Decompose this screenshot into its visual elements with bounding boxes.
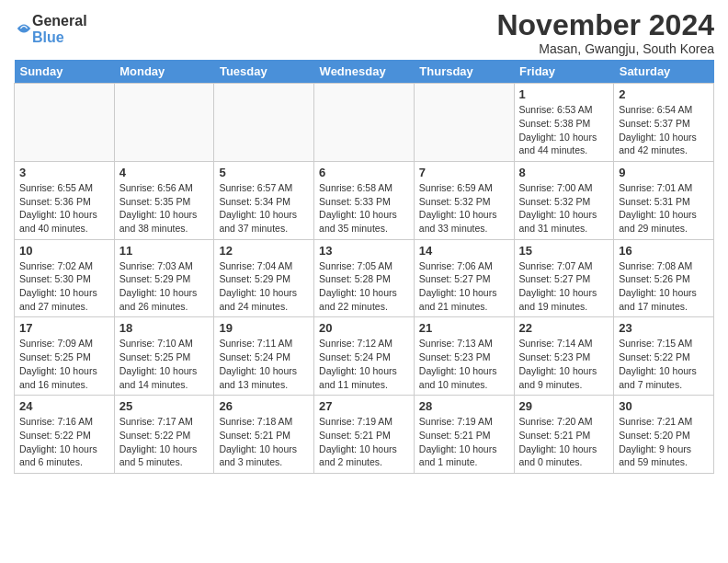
day-info: Sunrise: 7:06 AM Sunset: 5:27 PM Dayligh… [419, 259, 509, 314]
calendar-cell: 15Sunrise: 7:07 AM Sunset: 5:27 PM Dayli… [514, 239, 614, 317]
calendar-cell: 2Sunrise: 6:54 AM Sunset: 5:37 PM Daylig… [614, 84, 714, 162]
day-number: 25 [119, 399, 210, 413]
calendar-cell: 6Sunrise: 6:58 AM Sunset: 5:33 PM Daylig… [314, 161, 415, 239]
day-info: Sunrise: 7:10 AM Sunset: 5:25 PM Dayligh… [119, 337, 210, 391]
calendar-cell: 13Sunrise: 7:05 AM Sunset: 5:28 PM Dayli… [314, 239, 415, 317]
col-thursday: Thursday [414, 60, 514, 84]
day-number: 20 [319, 321, 409, 335]
day-info: Sunrise: 7:20 AM Sunset: 5:21 PM Dayligh… [519, 415, 609, 469]
calendar-cell: 19Sunrise: 7:11 AM Sunset: 5:24 PM Dayli… [214, 317, 314, 396]
calendar-cell [414, 84, 514, 162]
col-saturday: Saturday [614, 60, 714, 84]
day-info: Sunrise: 7:11 AM Sunset: 5:24 PM Dayligh… [219, 337, 309, 391]
col-tuesday: Tuesday [214, 60, 314, 84]
calendar-week-4: 24Sunrise: 7:16 AM Sunset: 5:22 PM Dayli… [15, 396, 714, 474]
calendar-cell: 22Sunrise: 7:14 AM Sunset: 5:23 PM Dayli… [514, 317, 614, 396]
calendar-cell: 30Sunrise: 7:21 AM Sunset: 5:20 PM Dayli… [614, 396, 714, 474]
day-number: 9 [619, 166, 709, 179]
col-friday: Friday [514, 60, 614, 84]
day-number: 21 [419, 321, 509, 335]
col-wednesday: Wednesday [314, 60, 415, 84]
day-number: 28 [419, 399, 509, 413]
calendar-cell [314, 84, 415, 162]
day-number: 26 [219, 399, 309, 413]
calendar-cell: 1Sunrise: 6:53 AM Sunset: 5:38 PM Daylig… [514, 84, 614, 162]
day-number: 13 [319, 244, 409, 258]
day-info: Sunrise: 7:00 AM Sunset: 5:32 PM Dayligh… [519, 181, 609, 236]
day-number: 22 [519, 321, 609, 335]
day-info: Sunrise: 6:54 AM Sunset: 5:37 PM Dayligh… [619, 103, 709, 157]
day-info: Sunrise: 6:56 AM Sunset: 5:35 PM Dayligh… [119, 181, 210, 236]
day-info: Sunrise: 7:01 AM Sunset: 5:31 PM Dayligh… [619, 181, 709, 236]
calendar-cell: 18Sunrise: 7:10 AM Sunset: 5:25 PM Dayli… [114, 317, 214, 396]
day-number: 5 [219, 166, 309, 179]
day-info: Sunrise: 6:58 AM Sunset: 5:33 PM Dayligh… [319, 181, 409, 236]
day-number: 14 [419, 244, 509, 258]
day-number: 3 [19, 166, 109, 179]
day-info: Sunrise: 7:19 AM Sunset: 5:21 PM Dayligh… [419, 415, 509, 469]
day-number: 23 [619, 321, 709, 335]
calendar-table: Sunday Monday Tuesday Wednesday Thursday… [14, 60, 714, 474]
day-info: Sunrise: 7:19 AM Sunset: 5:21 PM Dayligh… [319, 415, 409, 469]
calendar-cell: 8Sunrise: 7:00 AM Sunset: 5:32 PM Daylig… [514, 161, 614, 239]
day-number: 10 [19, 244, 109, 258]
day-number: 18 [119, 321, 210, 335]
day-info: Sunrise: 7:15 AM Sunset: 5:22 PM Dayligh… [619, 337, 709, 391]
col-monday: Monday [114, 60, 214, 84]
calendar-week-0: 1Sunrise: 6:53 AM Sunset: 5:38 PM Daylig… [15, 84, 714, 162]
calendar-cell: 29Sunrise: 7:20 AM Sunset: 5:21 PM Dayli… [514, 396, 614, 474]
day-info: Sunrise: 7:03 AM Sunset: 5:29 PM Dayligh… [119, 259, 210, 314]
day-info: Sunrise: 7:13 AM Sunset: 5:23 PM Dayligh… [419, 337, 509, 391]
calendar-cell: 7Sunrise: 6:59 AM Sunset: 5:32 PM Daylig… [414, 161, 514, 239]
calendar-cell: 10Sunrise: 7:02 AM Sunset: 5:30 PM Dayli… [15, 239, 115, 317]
day-info: Sunrise: 7:17 AM Sunset: 5:22 PM Dayligh… [119, 415, 210, 469]
logo-text: General Blue [32, 13, 87, 45]
calendar-container: General Blue November 2024 Masan, Gwangj… [0, 0, 728, 478]
day-number: 27 [319, 399, 409, 413]
day-number: 6 [319, 166, 409, 179]
calendar-cell [15, 84, 115, 162]
calendar-cell: 3Sunrise: 6:55 AM Sunset: 5:36 PM Daylig… [15, 161, 115, 239]
day-number: 19 [219, 321, 309, 335]
day-info: Sunrise: 7:21 AM Sunset: 5:20 PM Dayligh… [619, 415, 709, 469]
calendar-cell [214, 84, 314, 162]
day-number: 8 [519, 166, 609, 179]
day-info: Sunrise: 7:14 AM Sunset: 5:23 PM Dayligh… [519, 337, 609, 391]
calendar-cell: 24Sunrise: 7:16 AM Sunset: 5:22 PM Dayli… [15, 396, 115, 474]
day-number: 30 [619, 399, 709, 413]
day-number: 17 [19, 321, 109, 335]
location: Masan, Gwangju, South Korea [496, 41, 714, 56]
day-number: 24 [19, 399, 109, 413]
day-info: Sunrise: 7:12 AM Sunset: 5:24 PM Dayligh… [319, 337, 409, 391]
calendar-week-1: 3Sunrise: 6:55 AM Sunset: 5:36 PM Daylig… [15, 161, 714, 239]
calendar-cell: 16Sunrise: 7:08 AM Sunset: 5:26 PM Dayli… [614, 239, 714, 317]
day-info: Sunrise: 6:53 AM Sunset: 5:38 PM Dayligh… [519, 103, 609, 157]
day-number: 7 [419, 166, 509, 179]
day-info: Sunrise: 6:55 AM Sunset: 5:36 PM Dayligh… [19, 181, 109, 236]
day-info: Sunrise: 7:16 AM Sunset: 5:22 PM Dayligh… [19, 415, 109, 469]
calendar-cell: 14Sunrise: 7:06 AM Sunset: 5:27 PM Dayli… [414, 239, 514, 317]
day-info: Sunrise: 7:02 AM Sunset: 5:30 PM Dayligh… [19, 259, 109, 314]
calendar-cell: 5Sunrise: 6:57 AM Sunset: 5:34 PM Daylig… [214, 161, 314, 239]
logo-general: General [32, 13, 87, 29]
calendar-cell: 20Sunrise: 7:12 AM Sunset: 5:24 PM Dayli… [314, 317, 415, 396]
day-number: 11 [119, 244, 210, 258]
day-info: Sunrise: 6:59 AM Sunset: 5:32 PM Dayligh… [419, 181, 509, 236]
day-info: Sunrise: 7:09 AM Sunset: 5:25 PM Dayligh… [19, 337, 109, 391]
calendar-week-3: 17Sunrise: 7:09 AM Sunset: 5:25 PM Dayli… [15, 317, 714, 396]
day-number: 16 [619, 244, 709, 258]
day-info: Sunrise: 7:08 AM Sunset: 5:26 PM Dayligh… [619, 259, 709, 314]
header-row: Sunday Monday Tuesday Wednesday Thursday… [15, 60, 714, 84]
calendar-cell: 4Sunrise: 6:56 AM Sunset: 5:35 PM Daylig… [114, 161, 214, 239]
day-number: 15 [519, 244, 609, 258]
logo: General Blue [14, 13, 87, 45]
logo-icon [16, 20, 32, 37]
calendar-cell: 21Sunrise: 7:13 AM Sunset: 5:23 PM Dayli… [414, 317, 514, 396]
calendar-cell: 12Sunrise: 7:04 AM Sunset: 5:29 PM Dayli… [214, 239, 314, 317]
title-block: November 2024 Masan, Gwangju, South Kore… [496, 9, 714, 56]
day-number: 12 [219, 244, 309, 258]
calendar-cell: 28Sunrise: 7:19 AM Sunset: 5:21 PM Dayli… [414, 396, 514, 474]
calendar-week-2: 10Sunrise: 7:02 AM Sunset: 5:30 PM Dayli… [15, 239, 714, 317]
day-number: 2 [619, 87, 709, 101]
calendar-cell: 11Sunrise: 7:03 AM Sunset: 5:29 PM Dayli… [114, 239, 214, 317]
